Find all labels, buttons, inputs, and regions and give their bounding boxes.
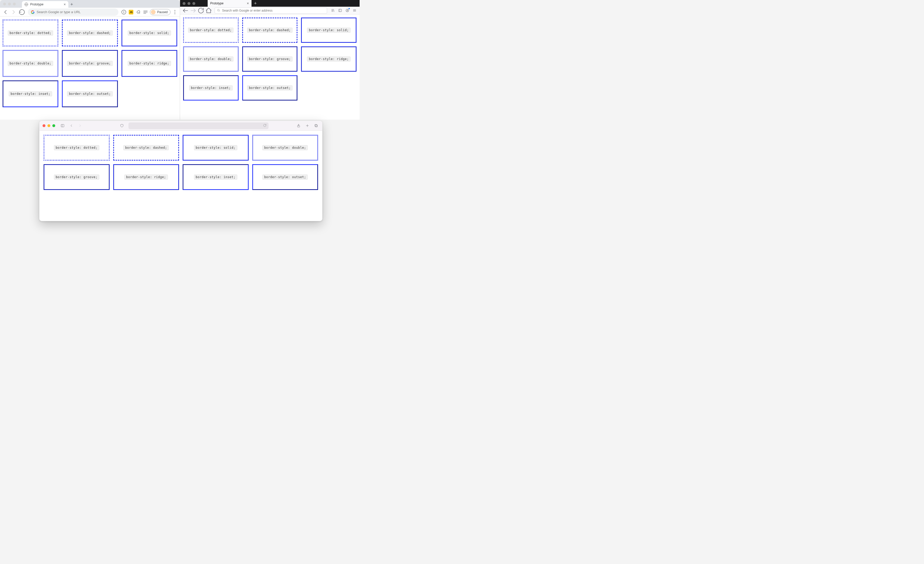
swatch-label: border-style: dashed; [247,28,292,33]
zoom-window-icon[interactable] [52,124,55,127]
back-button[interactable] [182,7,189,14]
swatch-grid: border-style: dotted; border-style: dash… [183,18,357,100]
reload-button[interactable] [198,7,204,14]
close-window-icon[interactable] [43,124,45,127]
svg-rect-16 [339,9,341,12]
swatch-solid: border-style: solid; [301,18,357,43]
js-extension-icon[interactable]: JS [128,9,134,15]
swatch-dashed: border-style: dashed; [62,19,118,46]
swatch-label: border-style: solid; [194,145,238,150]
forward-button[interactable] [190,7,196,14]
swatch-label: border-style: ridge; [124,175,168,180]
svg-point-19 [347,9,348,10]
swatch-grid: border-style: dotted; border-style: dash… [3,19,177,107]
forward-button[interactable] [10,9,17,15]
swatch-dotted: border-style: dotted; [3,19,58,46]
info-icon[interactable] [121,9,127,15]
swatch-outset: border-style: outset; [252,164,318,190]
browser-tab[interactable]: Prototype × [22,1,68,8]
privacy-shield-icon[interactable] [118,123,125,129]
swatch-label: border-style: double; [188,57,234,61]
hamburger-menu-icon[interactable] [351,7,357,13]
omnibox-input[interactable] [37,10,115,14]
reload-icon[interactable] [263,123,267,128]
reload-button[interactable] [19,9,25,15]
close-window-icon[interactable] [3,3,6,5]
swatch-outset: border-style: outset; [62,81,118,107]
chrome-window: Prototype × + JS [0,0,180,120]
svg-point-6 [175,10,176,11]
forward-button[interactable] [77,123,83,129]
library-icon[interactable] [330,7,336,13]
home-button[interactable] [206,7,212,14]
svg-point-2 [124,11,124,11]
browser-tab[interactable]: Prototype × [208,0,252,7]
swatch-inset: border-style: inset; [183,164,249,190]
omnibox-input[interactable] [222,9,325,12]
profile-label: Paused [157,10,168,14]
safari-viewport: border-style: dotted; border-style: dash… [39,131,322,194]
safari-window: border-style: dotted; border-style: dash… [39,121,322,221]
firefox-window: Prototype × + [180,0,360,120]
swatch-groove: border-style: groove; [62,50,118,77]
swatch-label: border-style: dashed; [67,30,112,36]
close-window-icon[interactable] [183,2,186,5]
swatch-inset: border-style: inset; [3,81,58,107]
new-tab-icon[interactable] [304,123,310,129]
omnibox[interactable] [129,123,268,129]
traffic-lights[interactable] [43,124,55,127]
svg-rect-29 [315,124,317,127]
swatch-label: border-style: inset; [189,85,232,90]
swatch-solid: border-style: solid; [122,19,177,46]
swatch-dotted: border-style: dotted; [44,135,110,161]
swatch-label: border-style: outset; [262,175,308,180]
zoom-window-icon[interactable] [13,3,16,5]
swatch-label: border-style: dashed; [123,145,169,150]
close-tab-icon[interactable]: × [64,2,66,6]
swatch-label: border-style: dotted; [8,30,53,36]
svg-point-8 [175,13,176,14]
profile-button[interactable]: Paused [150,9,171,15]
swatch-label: border-style: inset; [194,175,238,180]
swatch-groove: border-style: groove; [44,164,110,190]
new-tab-button[interactable]: + [252,0,259,7]
account-icon[interactable] [344,7,350,13]
reading-list-icon[interactable] [142,9,148,15]
back-button[interactable] [2,9,9,15]
omnibox[interactable] [214,7,327,13]
chrome-viewport: border-style: dotted; border-style: dash… [0,16,180,110]
tab-overview-icon[interactable] [313,123,319,129]
swatch-label: border-style: dotted; [54,145,99,150]
omnibox[interactable] [28,9,118,16]
minimize-window-icon[interactable] [188,2,190,5]
firefox-viewport: border-style: dotted; border-style: dash… [180,15,360,104]
minimize-window-icon[interactable] [8,3,11,5]
swatch-label: border-style: inset; [9,91,52,96]
google-icon [31,10,34,14]
swatch-grid: border-style: dotted; border-style: dash… [44,135,318,190]
swatch-label: border-style: groove; [247,57,292,61]
extensions-icon[interactable] [135,9,141,15]
sidebar-icon[interactable] [59,123,66,129]
traffic-lights[interactable] [183,0,195,7]
zoom-window-icon[interactable] [192,2,195,5]
swatch-double: border-style: double; [252,135,318,161]
swatch-label: border-style: solid; [307,28,351,33]
new-tab-button[interactable]: + [68,1,75,8]
kebab-menu-icon[interactable] [172,9,178,15]
swatch-double: border-style: double; [3,50,58,77]
share-icon[interactable] [296,123,302,129]
sidebar-icon[interactable] [337,7,343,13]
swatch-label: border-style: outset; [247,85,292,90]
close-tab-icon[interactable]: × [247,1,249,5]
swatch-label: border-style: dotted; [188,28,234,33]
swatch-double: border-style: double; [183,46,238,72]
swatch-ridge: border-style: ridge; [122,50,177,77]
svg-line-12 [219,11,220,12]
swatch-label: border-style: groove; [67,61,112,66]
traffic-lights[interactable] [3,0,16,8]
swatch-label: border-style: groove; [54,175,99,180]
globe-icon [24,3,28,6]
back-button[interactable] [68,123,74,129]
minimize-window-icon[interactable] [48,124,50,127]
